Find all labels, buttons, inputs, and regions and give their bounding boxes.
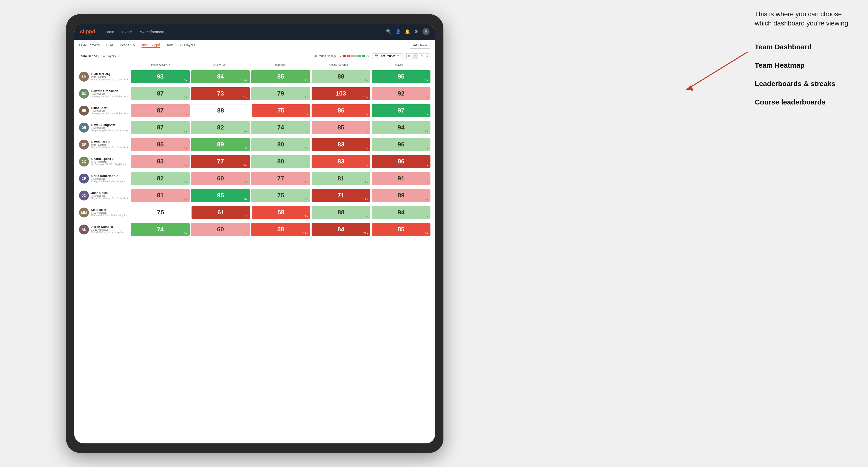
view-other-icon[interactable]: ⊟	[418, 53, 424, 59]
notification-icon[interactable]: 🔔	[405, 29, 410, 34]
score-cell[interactable]: 943▲	[372, 206, 431, 219]
score-cell[interactable]: 824▲	[191, 121, 250, 134]
score-cell[interactable]: 941▲	[372, 121, 431, 134]
dashboard-option-2[interactable]: Team Heatmap	[755, 60, 854, 70]
score-cell[interactable]: 959▲	[372, 70, 431, 83]
score-cell[interactable]: 866▼	[312, 104, 370, 117]
score-cell[interactable]: 871▲	[131, 87, 190, 100]
player-name[interactable]: Dave Billingham	[91, 123, 131, 127]
score-cell[interactable]: 7714▼	[191, 155, 250, 168]
col-sort-arrow-putting[interactable]: —	[404, 63, 406, 66]
table-row[interactable]: DFDavid Ford ✓Plus HandicapRoyal North D…	[74, 136, 435, 153]
score-cell[interactable]: 752▲	[251, 189, 310, 202]
player-name[interactable]: Matt Miller	[91, 208, 131, 212]
score-cell[interactable]: 584▲	[252, 206, 310, 219]
player-name[interactable]: Edward Crossman	[91, 89, 131, 93]
score-cell[interactable]: 853▼	[131, 138, 190, 151]
profile-icon[interactable]: 👤	[396, 29, 401, 34]
score-cell[interactable]: 923▼	[372, 87, 431, 100]
player-name[interactable]: Elliot Ebert	[91, 106, 131, 110]
table-row[interactable]: ANAaron Nicholls11-15 HandicapDrift Golf…	[74, 221, 435, 238]
settings-icon[interactable]: ⚙	[414, 29, 418, 34]
score-cell[interactable]: 75	[131, 206, 190, 219]
dashboard-option-4[interactable]: Course leaderboards	[755, 97, 854, 107]
col-sort-arrow-approach[interactable]: —	[286, 63, 288, 66]
player-name[interactable]: Charlie Quick ✓	[91, 157, 131, 161]
score-cell[interactable]: 601▼	[191, 223, 250, 236]
dashboard-option-1[interactable]: Team Dashboard	[755, 42, 854, 52]
col-sort-arrow-green[interactable]: —	[350, 63, 352, 66]
score-cell[interactable]: 803▲	[251, 138, 310, 151]
score-cell[interactable]: 823▲	[131, 172, 190, 185]
subnav-all-players[interactable]: All Players	[180, 43, 195, 48]
score-cell[interactable]: 975▲	[372, 104, 431, 117]
score-cell[interactable]: 748▲	[131, 223, 190, 236]
score-cell[interactable]: 897▲	[191, 138, 250, 151]
nav-home[interactable]: Home	[105, 30, 114, 34]
player-name[interactable]: Blair McHarg	[91, 72, 131, 76]
table-row[interactable]: EEElliot Ebert1-5 HandicapSunningdale Go…	[74, 102, 435, 119]
score-cell[interactable]: 854▼	[372, 223, 431, 236]
score-cell[interactable]: 913▼	[372, 172, 431, 185]
edit-team-icon[interactable]: ✏	[118, 55, 120, 58]
subnav-pgat[interactable]: PGAT Players	[79, 43, 99, 48]
view-list-icon[interactable]: ☰	[412, 53, 418, 59]
search-icon[interactable]: 🔍	[386, 29, 391, 34]
score-cell[interactable]: 814▲	[312, 172, 370, 185]
score-cell[interactable]: 10315▲	[312, 87, 370, 100]
score-cell[interactable]: 8421▲	[312, 223, 370, 236]
score-cell[interactable]: 836▼	[312, 155, 370, 168]
table-row[interactable]: DBDave Billingham1-5 HandicapGog Magog G…	[74, 119, 435, 136]
user-avatar[interactable]: U	[423, 28, 430, 35]
score-cell[interactable]: 753▼	[252, 104, 310, 117]
score-cell[interactable]: 939▲	[131, 70, 190, 83]
score-cell[interactable]: 846▲	[191, 70, 250, 83]
score-cell[interactable]: 881▼	[312, 70, 370, 83]
nav-my-performance[interactable]: My Performance	[140, 30, 165, 34]
subnav-pga[interactable]: PGA	[106, 43, 113, 48]
player-name[interactable]: Aaron Nicholls	[91, 225, 131, 228]
dashboard-option-3[interactable]: Leaderboards & streaks	[755, 79, 854, 89]
table-row[interactable]: MMMatt Miller6-10 HandicapWoburn Golf Cl…	[74, 204, 435, 221]
score-cell[interactable]: 858▲	[251, 70, 310, 83]
subnav-team-clippd[interactable]: Team Clippd	[142, 43, 160, 48]
score-cell[interactable]: 868▼	[372, 155, 431, 168]
score-cell[interactable]: 853▼	[312, 121, 370, 134]
app-logo[interactable]: clippd	[80, 29, 95, 35]
score-cell[interactable]: 958▲	[191, 189, 250, 202]
score-cell[interactable]: 874▲	[131, 121, 190, 134]
score-cell[interactable]: 801▲	[251, 155, 310, 168]
player-name[interactable]: David Ford ✓	[91, 140, 131, 144]
table-row[interactable]: JCJosh Coles1-5 HandicapRoyal North Devo…	[74, 187, 435, 204]
score-cell[interactable]: 7111▼	[312, 189, 370, 202]
player-name[interactable]: Josh Coles	[91, 191, 131, 195]
score-cell[interactable]: 613▼	[191, 206, 250, 219]
col-sort-arrow-quality[interactable]: ▼	[168, 63, 170, 66]
score-cell[interactable]: 892▼	[372, 189, 431, 202]
nav-teams[interactable]: Teams	[122, 30, 132, 34]
view-download-icon[interactable]: ↓	[425, 53, 431, 59]
score-cell[interactable]: 882▼	[312, 206, 370, 219]
score-cell[interactable]: 88	[191, 104, 250, 117]
score-cell[interactable]: 773▼	[251, 172, 310, 185]
player-name[interactable]: Chris Robertson ✓	[91, 174, 131, 178]
subnav-hcaps[interactable]: Hcaps 1-5	[120, 43, 135, 48]
add-team-button[interactable]: Add Team	[410, 42, 431, 49]
table-row[interactable]: CQCharlie Quick ✓6-10 HandicapSt. George…	[74, 153, 435, 170]
table-row[interactable]: BMBlair McHargPlus HandicapRoyal North D…	[74, 68, 435, 85]
score-cell[interactable]: 963▲	[372, 138, 431, 151]
score-cell[interactable]: 8310▼	[312, 138, 370, 151]
last-rounds-button[interactable]: 📅 Last Rounds: 20	[372, 53, 403, 59]
score-cell[interactable]: 873▼	[131, 104, 190, 117]
score-cell[interactable]: 833▼	[131, 155, 190, 168]
col-sort-arrow-tee[interactable]: —	[226, 63, 228, 66]
score-cell[interactable]: 602▲	[191, 172, 250, 185]
view-grid-icon[interactable]: ⊞	[406, 53, 412, 59]
score-cell[interactable]: 799▲	[251, 87, 310, 100]
subnav-tour[interactable]: Tour	[166, 43, 173, 48]
score-cell[interactable]: 813▼	[131, 189, 190, 202]
score-cell[interactable]: 5810▲	[251, 223, 310, 236]
score-cell[interactable]: 7311▼	[191, 87, 250, 100]
table-row[interactable]: CRChris Robertson ✓1-5 HandicapCraigmill…	[74, 170, 435, 187]
table-row[interactable]: ECEdward Crossman1-5 HandicapSunningdale…	[74, 85, 435, 102]
